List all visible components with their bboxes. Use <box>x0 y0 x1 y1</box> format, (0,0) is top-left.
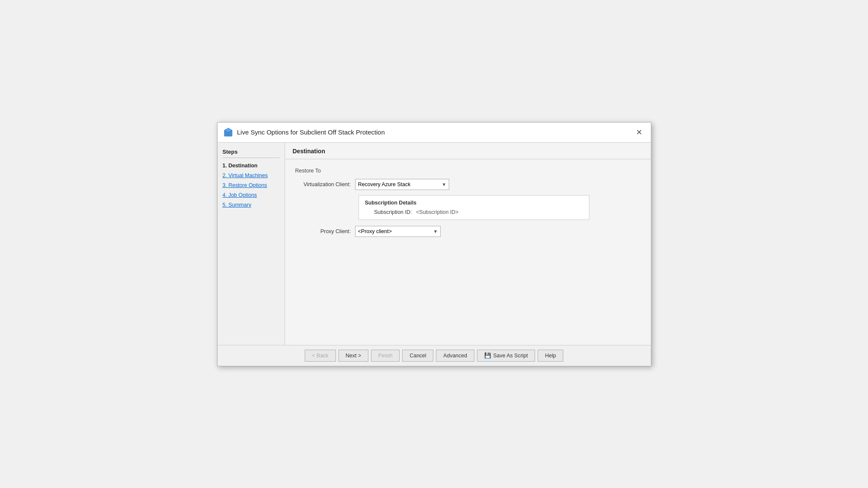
save-as-script-label: Save As Script <box>493 353 528 359</box>
main-dialog: Live Sync Options for Subclient Off Stac… <box>217 122 651 366</box>
sidebar-item-virtual-machines[interactable]: 2. Virtual Machines <box>223 172 280 179</box>
main-header: Destination <box>285 143 651 159</box>
title-bar-left: Live Sync Options for Subclient Off Stac… <box>224 128 385 137</box>
proxy-client-select-wrapper: <Proxy client> ▼ <box>355 226 441 237</box>
dialog-title: Live Sync Options for Subclient Off Stac… <box>237 129 385 136</box>
sidebar-item-summary[interactable]: 5. Summary <box>223 202 280 208</box>
footer: < Back Next > Finish Cancel Advanced 💾 S… <box>218 345 651 366</box>
advanced-button[interactable]: Advanced <box>436 350 474 362</box>
main-content: Restore To Virtualization Client: Recove… <box>285 159 651 345</box>
virtualization-client-row: Virtualization Client: Recovery Azure St… <box>295 179 641 190</box>
cancel-button[interactable]: Cancel <box>402 350 433 362</box>
sidebar: Steps 1. Destination 2. Virtual Machines… <box>218 143 285 345</box>
virtualization-client-label: Virtualization Client: <box>295 181 355 187</box>
dialog-body: Steps 1. Destination 2. Virtual Machines… <box>218 143 651 345</box>
subscription-id-value: <Subscription ID> <box>416 209 459 215</box>
sidebar-item-destination: 1. Destination <box>223 162 280 169</box>
proxy-client-select[interactable]: <Proxy client> <box>355 226 441 237</box>
main-panel: Destination Restore To Virtualization Cl… <box>285 143 651 345</box>
title-bar: Live Sync Options for Subclient Off Stac… <box>218 123 651 143</box>
sidebar-item-job-options[interactable]: 4. Job Options <box>223 192 280 199</box>
proxy-client-row: Proxy Client: <Proxy client> ▼ <box>295 226 641 237</box>
section-title: Destination <box>293 148 643 155</box>
sidebar-title: Steps <box>223 149 280 158</box>
close-button[interactable]: ✕ <box>634 127 645 138</box>
finish-button[interactable]: Finish <box>371 350 400 362</box>
sidebar-item-restore-options[interactable]: 3. Restore Options <box>223 182 280 189</box>
save-as-script-button[interactable]: 💾 Save As Script <box>477 350 535 362</box>
next-button[interactable]: Next > <box>338 350 368 362</box>
subscription-box: Subscription Details Subscription ID: <S… <box>359 195 589 220</box>
save-script-icon: 💾 <box>484 352 491 359</box>
subscription-id-label: Subscription ID: <box>365 209 416 215</box>
virtualization-client-select[interactable]: Recovery Azure Stack <box>355 179 449 190</box>
restore-to-label: Restore To <box>295 168 641 174</box>
virtualization-client-select-wrapper: Recovery Azure Stack ▼ <box>355 179 449 190</box>
cube-icon <box>224 128 233 137</box>
back-button[interactable]: < Back <box>305 350 336 362</box>
subscription-details-block: Subscription Details Subscription ID: <S… <box>359 195 641 220</box>
help-button[interactable]: Help <box>538 350 563 362</box>
proxy-client-label: Proxy Client: <box>295 228 355 234</box>
subscription-details-title: Subscription Details <box>365 200 583 206</box>
subscription-id-row: Subscription ID: <Subscription ID> <box>365 209 583 215</box>
